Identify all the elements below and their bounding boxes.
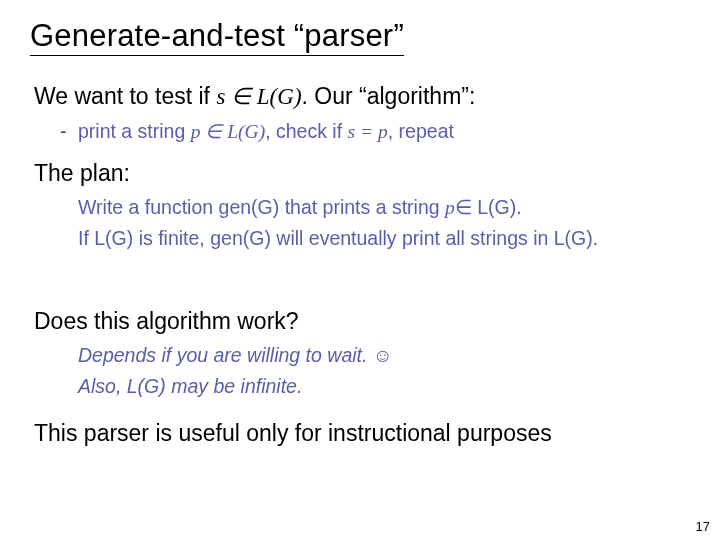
dash-icon: -: [60, 118, 78, 144]
math-s-in-LG: s ∈ L(G): [216, 84, 301, 109]
bullet-conclusion: This parser is useful only for instructi…: [34, 419, 690, 448]
bullet-question: Does this algorithm work?: [34, 307, 690, 336]
text: . Our “algorithm”:: [302, 83, 476, 109]
text: , repeat: [388, 120, 454, 142]
bullet-plan: The plan:: [34, 159, 690, 188]
sub-plan-1: Write a function gen(G) that prints a st…: [78, 194, 690, 221]
smile-icon: ☺: [373, 344, 393, 366]
math-p-in-LG: p ∈ L(G): [191, 121, 265, 142]
math-p: p: [445, 197, 455, 218]
text: L(G).: [472, 196, 522, 218]
bullet-intro: We want to test if s ∈ L(G). Our “algori…: [34, 82, 690, 112]
slide: Generate-and-test “parser” We want to te…: [0, 0, 720, 448]
sub-answer-2: Also, L(G) may be infinite.: [78, 373, 690, 399]
text: Depends if you are willing to wait.: [78, 344, 373, 366]
sub-plan-2: If L(G) is finite, gen(G) will eventuall…: [78, 225, 690, 251]
text: print a string: [78, 120, 191, 142]
math-in: ∈: [455, 197, 472, 218]
sub-step: -print a string p ∈ L(G), check if s = p…: [60, 118, 690, 145]
slide-title: Generate-and-test “parser”: [30, 18, 404, 56]
page-number: 17: [696, 519, 710, 534]
text: , check if: [265, 120, 347, 142]
text: We want to test if: [34, 83, 216, 109]
sub-answer-1: Depends if you are willing to wait. ☺: [78, 342, 690, 368]
math-s-eq-p: s = p: [348, 121, 388, 142]
text: Write a function gen(G) that prints a st…: [78, 196, 445, 218]
